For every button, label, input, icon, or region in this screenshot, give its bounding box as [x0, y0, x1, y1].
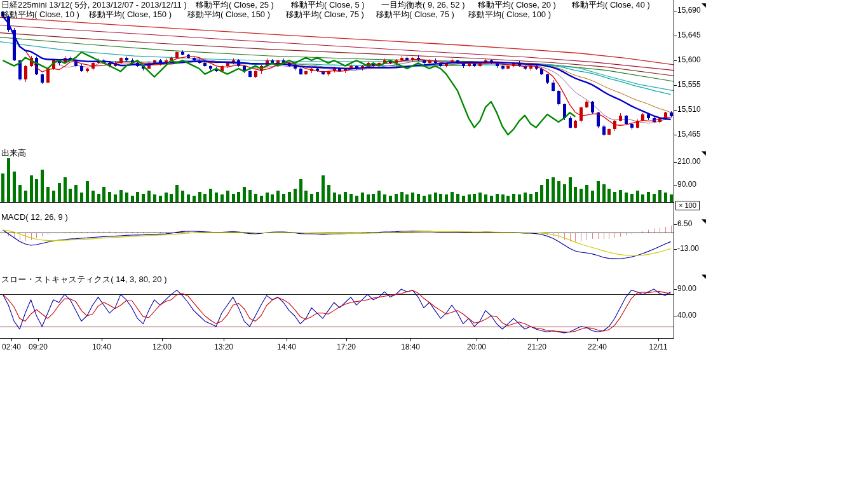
stoch-panel-label: スロー・ストキャスティクス( 14, 3, 80, 20 )	[1, 275, 167, 284]
macd-axis-tick: 6.50	[677, 220, 692, 228]
volume-axis-tick: 90.00	[677, 180, 696, 189]
indicator-label: 一目均衡表( 9, 26, 52 )	[381, 1, 465, 10]
price-axis-tick: 15,465	[677, 130, 701, 139]
indicator-label: 移動平均( Close, 100 )	[468, 10, 551, 19]
indicator-label: 移動平均( Close, 75 )	[376, 10, 454, 19]
macd-axis-tick: -13.00	[677, 245, 699, 253]
indicator-label: 移動平均( Close, 25 )	[196, 1, 274, 10]
time-axis-label: 12/11	[646, 343, 671, 351]
indicator-label: 移動平均( Close, 75 )	[286, 10, 364, 19]
time-axis-label: 10:40	[89, 343, 114, 351]
volume-multiplier-badge: × 100	[675, 201, 700, 210]
indicator-label: 移動平均( Close, 150 )	[187, 10, 270, 19]
chart-canvas[interactable]	[0, 0, 868, 356]
volume-panel-label: 出来高	[1, 149, 26, 158]
volume-axis-tick: 210.00	[677, 158, 701, 166]
price-axis-tick: 15,645	[677, 31, 701, 39]
price-axis-tick: 15,690	[677, 6, 701, 15]
time-axis-label: 12:00	[149, 343, 175, 351]
time-axis-label: 13:20	[211, 343, 236, 351]
time-axis-label: 09:20	[25, 343, 51, 351]
time-axis-label: 22:40	[585, 343, 610, 351]
price-axis-tick: 15,510	[677, 105, 701, 114]
time-axis-label: 21:20	[524, 343, 550, 351]
time-axis-label: 18:40	[398, 343, 423, 351]
chart-application-window: 出来高 MACD( 12, 26, 9 ) スロー・ストキャスティクス( 14,…	[0, 0, 868, 488]
indicator-label: 移動平均( Close, 10 )	[1, 10, 79, 19]
indicator-label: 移動平均( Close, 20 )	[478, 1, 556, 10]
stoch-axis-tick: 40.00	[677, 311, 696, 320]
stoch-axis-tick: 90.00	[677, 285, 696, 293]
panel-scale-icon[interactable]: ◥	[702, 3, 706, 8]
panel-scale-icon[interactable]: ◥	[702, 219, 706, 224]
time-axis-label: 17:20	[334, 343, 359, 351]
panel-scale-icon[interactable]: ◥	[702, 151, 706, 156]
time-axis-label: 14:40	[274, 343, 299, 351]
time-axis-label: 20:00	[464, 343, 489, 351]
indicator-label: 移動平均( Close, 5 )	[291, 1, 365, 10]
time-axis-label: 02:40	[0, 343, 24, 351]
macd-panel-label: MACD( 12, 26, 9 )	[1, 213, 68, 222]
price-axis-tick: 15,555	[677, 81, 701, 89]
chart-title: 日経225mini 13/12( 5分, 2013/12/07 - 2013/1…	[1, 1, 187, 10]
panel-scale-icon[interactable]: ◥	[702, 274, 706, 280]
indicator-label: 移動平均( Close, 40 )	[572, 1, 650, 10]
price-axis-tick: 15,600	[677, 56, 701, 64]
indicator-label: 移動平均( Close, 150 )	[89, 10, 172, 19]
